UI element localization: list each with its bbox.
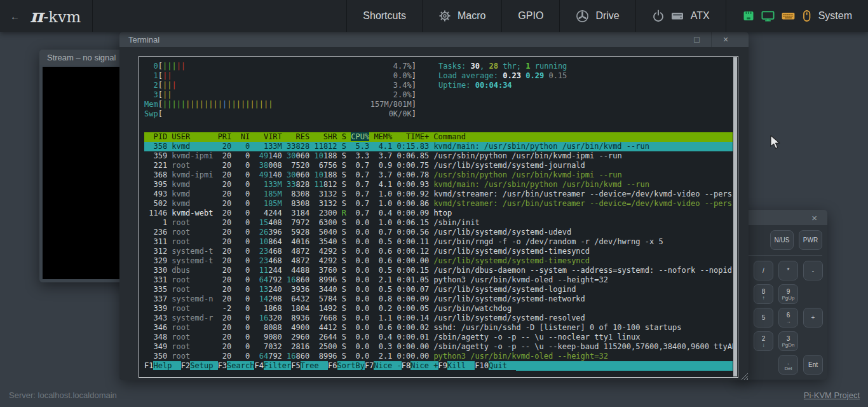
fnkey-f5[interactable]: F5Tree: [291, 361, 328, 371]
process-row-348[interactable]: 348 root 20 0 9080 2960 2644 S 0.0 0.4 0…: [144, 333, 733, 342]
nav-item-atx[interactable]: ATX: [635, 0, 726, 32]
gear-icon: [438, 10, 451, 22]
process-row-346[interactable]: 346 root 20 0 8088 4900 4412 S 0.0 0.6 0…: [144, 323, 733, 333]
process-table-header[interactable]: PID USER PRI NI VIRT RES SHR S CPU% MEM%…: [144, 132, 733, 142]
process-row-329[interactable]: 329 systemd-t 20 0 23468 4872 4292 S 0.0…: [144, 256, 733, 266]
fnkey-f9[interactable]: F9Kill: [438, 361, 475, 371]
process-row-330[interactable]: 330 dbus 20 0 11244 4488 3760 S 0.0 0.5 …: [144, 266, 733, 275]
process-row-343[interactable]: 343 systemd-r 20 0 16320 8936 7668 S 0.0…: [144, 314, 733, 323]
close-icon[interactable]: ×: [809, 212, 820, 223]
fnkey-f1[interactable]: F1Help: [144, 361, 181, 371]
maximize-icon[interactable]: □: [682, 32, 711, 47]
htop-uptime: Uptime: 00:04:34: [438, 81, 567, 90]
fnbar-fill: [516, 361, 733, 371]
fnkey-f6[interactable]: F6SortBy: [328, 361, 365, 371]
nav-menu: Shortcuts Macro GPIO: [346, 0, 868, 32]
process-row-350[interactable]: 350 root 20 0 64792 16860 8996 S 0.0 2.1…: [144, 352, 733, 361]
power-icon: [652, 10, 665, 22]
process-row-368[interactable]: 368 kvmd-ipmi 20 0 49140 30060 10188 S 0…: [144, 170, 733, 180]
keypad-window: × N/USPWR /*-8↑9PgUp56→+2↓3PgDn.DelEnt: [737, 210, 827, 380]
meter-mem: Mem[||||||||||||||||||||||||157M/801M]: [144, 100, 416, 109]
process-row-221[interactable]: 221 root 20 0 38008 7520 6756 S 0.7 0.9 …: [144, 161, 733, 170]
process-row-493[interactable]: 493 kvmd 20 0 185M 8308 3132 S 0.7 1.0 0…: [144, 190, 733, 199]
back-arrow-icon[interactable]: ←: [10, 11, 20, 22]
terminal-screen[interactable]: 0[|||||4.7%] 1[||0.0%] 2[|||3.4%] 3[||2.…: [139, 56, 738, 378]
pikvm-project-link[interactable]: Pi-KVM Project: [804, 390, 860, 400]
keyboard-icon: [781, 10, 796, 22]
keypad-top-row: N/USPWR: [754, 229, 824, 255]
fnkey-f8[interactable]: F8Nice +: [402, 361, 438, 371]
nav-item-system[interactable]: System: [726, 0, 868, 32]
close-icon[interactable]: ×: [711, 32, 740, 47]
terminal-title: Terminal: [128, 35, 159, 45]
process-row-1146[interactable]: 1146 kvmd-webt 20 0 4244 3184 2300 R 0.7…: [144, 209, 733, 218]
process-row-236[interactable]: 236 root 20 0 26396 5928 5040 S 0.0 0.7 …: [144, 228, 733, 237]
keypad-key-3[interactable]: 3PgDn: [778, 331, 798, 351]
process-row-359[interactable]: 359 kvmd-ipmi 20 0 49140 30060 10188 S 3…: [144, 151, 733, 161]
meter-swp: Swp[0K/0K]: [144, 109, 416, 119]
fan-icon: [576, 10, 589, 23]
keypad-key-multiply[interactable]: *: [778, 261, 798, 280]
process-row-331[interactable]: 331 root 20 0 64792 16860 8996 S 0.0 2.1…: [144, 275, 733, 285]
keypad-key-plus[interactable]: +: [803, 308, 823, 328]
pikvm-logo[interactable]: π-kvm: [30, 5, 81, 27]
fnkey-f3[interactable]: F3Search: [218, 361, 255, 371]
mouse-cursor-icon: [770, 135, 783, 152]
meter-1: 1[||0.0%]: [144, 71, 416, 81]
htop-info: Tasks: 30, 28 thr; 1 runningLoad average…: [438, 62, 567, 90]
nav-item-gpio[interactable]: GPIO: [501, 0, 559, 32]
keypad-key-nus[interactable]: N/US: [770, 230, 794, 250]
fnkey-f10[interactable]: F10Quit: [475, 361, 516, 371]
fnkey-f2[interactable]: F2Setup: [181, 361, 218, 371]
process-row-312[interactable]: 312 systemd-t 20 0 23468 4872 4292 S 0.0…: [144, 247, 733, 256]
keypad-key-2[interactable]: 2↓: [754, 331, 773, 351]
nav-item-macro[interactable]: Macro: [422, 0, 501, 32]
process-row-395[interactable]: 395 kvmd 20 0 133M 33828 11812 S 0.7 4.1…: [144, 180, 733, 190]
resize-grip-icon[interactable]: [741, 373, 748, 380]
keypad-key-minus[interactable]: -: [803, 261, 823, 280]
process-row-339[interactable]: 339 root -2 0 1868 1804 1492 S 0.0 0.2 0…: [144, 304, 733, 314]
nav-item-shortcuts[interactable]: Shortcuts: [346, 0, 422, 32]
process-row-311[interactable]: 311 root 20 0 10864 4016 3540 S 0.0 0.5 …: [144, 237, 733, 247]
process-row-335[interactable]: 335 root 20 0 13240 3936 3440 S 0.0 0.5 …: [144, 285, 733, 294]
keypad-key-divide[interactable]: /: [754, 261, 773, 280]
keypad-titlebar[interactable]: ×: [737, 210, 827, 225]
nav-label: Macro: [458, 10, 485, 22]
meter-3: 3[||2.0%]: [144, 90, 416, 100]
keypad-key-6[interactable]: 6→: [778, 308, 798, 328]
process-row-358[interactable]: 358 kvmd 20 0 133M 33828 11812 S 5.3 4.1…: [144, 142, 733, 151]
fnkey-f7[interactable]: F7Nice -: [365, 361, 402, 371]
keypad-body: N/USPWR /*-8↑9PgUp56→+2↓3PgDn.DelEnt: [737, 225, 827, 378]
mouse-icon: [801, 10, 812, 22]
nav-item-drive[interactable]: Drive: [559, 0, 635, 32]
keypad-key-5[interactable]: 5: [754, 308, 773, 328]
logo-pi: π: [30, 5, 43, 27]
keypad-key-dot[interactable]: .Del: [778, 355, 798, 375]
keypad-key-9[interactable]: 9PgUp: [778, 284, 798, 304]
meter-0: 0[|||||4.7%]: [144, 62, 416, 71]
htop-load-average: Load average: 0.23 0.29 0.15: [438, 71, 567, 81]
terminal-scrollbar[interactable]: [733, 57, 737, 376]
ethernet-icon: [742, 10, 755, 22]
meter-2: 2[|||3.4%]: [144, 81, 416, 90]
stream-title: Stream – no signal: [47, 53, 116, 62]
server-label: Server: localhost.localdomain: [9, 390, 117, 400]
monitor-icon: [761, 10, 775, 22]
keypad-key-ent[interactable]: Ent: [803, 355, 823, 375]
process-row-349[interactable]: 349 root 20 0 7032 2816 2500 S 0.0 0.3 0…: [144, 342, 733, 352]
nav-label: System: [818, 10, 852, 22]
fnkey-f4[interactable]: F4Filter: [254, 361, 291, 371]
terminal-titlebar[interactable]: Terminal □ ×: [119, 32, 749, 47]
process-row-1[interactable]: 1 root 20 0 15408 7972 6300 S 0.0 1.0 0:…: [144, 218, 733, 228]
process-row-502[interactable]: 502 kvmd 20 0 185M 8308 3132 S 0.7 1.0 0…: [144, 199, 733, 209]
htop-meters: 0[|||||4.7%] 1[||0.0%] 2[|||3.4%] 3[||2.…: [144, 62, 416, 119]
keypad-key-8[interactable]: 8↑: [754, 284, 773, 304]
nav-label: Drive: [595, 10, 619, 22]
keypad-divider: [743, 255, 822, 256]
function-key-bar: F1Help F2Setup F3SearchF4FilterF5Tree F6…: [144, 361, 733, 371]
keypad-key-pwr[interactable]: PWR: [799, 230, 822, 250]
terminal-window: Terminal □ × 0[|||||4.7%] 1[||0.0%] 2[||…: [119, 32, 749, 380]
process-row-337[interactable]: 337 systemd-n 20 0 14208 6432 5784 S 0.0…: [144, 294, 733, 304]
nav-label: ATX: [691, 10, 710, 22]
htop-tasks: Tasks: 30, 28 thr; 1 running: [438, 62, 567, 71]
